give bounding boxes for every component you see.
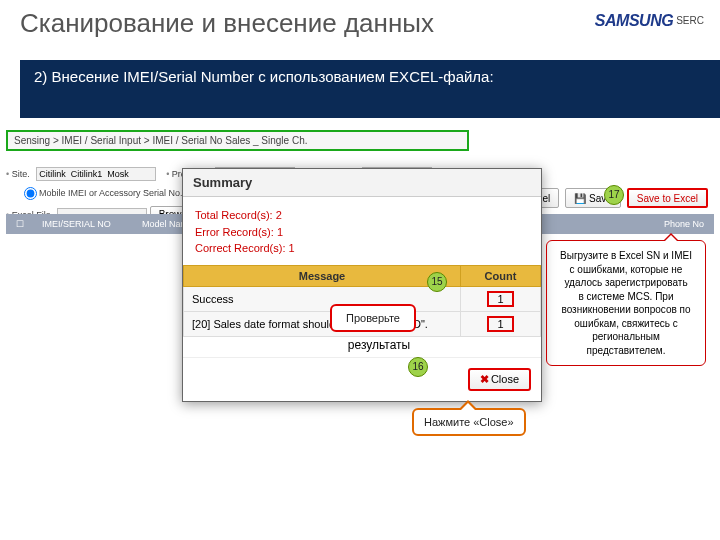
close-button[interactable]: ✖Close bbox=[468, 368, 531, 391]
col-imei: IMEI/SERIAL NO bbox=[32, 219, 132, 229]
callout-press-close: Нажмите «Close» bbox=[412, 408, 526, 436]
correct-records: Correct Record(s): 1 bbox=[195, 240, 529, 257]
col-checkbox: ☐ bbox=[6, 219, 32, 229]
dialog-title: Summary bbox=[183, 169, 541, 197]
slide-title: Сканирование и внесение данных bbox=[20, 8, 434, 39]
site-label: Site. bbox=[6, 169, 34, 179]
section-banner: 2) Внесение IMEI/Serial Number с использ… bbox=[20, 60, 720, 118]
brand-sub: SERC bbox=[676, 15, 704, 26]
section-text: 2) Внесение IMEI/Serial Number с использ… bbox=[34, 68, 494, 85]
breadcrumb: Sensing > IMEI / Serial Input > IMEI / S… bbox=[6, 130, 469, 151]
callout-check-results-line2: результаты bbox=[336, 338, 422, 352]
callout-check-results: Проверьте bbox=[330, 304, 416, 332]
close-icon: ✖ bbox=[480, 373, 489, 385]
col-count: Count bbox=[461, 265, 541, 286]
error-records: Error Record(s): 1 bbox=[195, 224, 529, 241]
site-input[interactable] bbox=[36, 167, 156, 181]
summary-dialog: Summary Total Record(s): 2 Error Record(… bbox=[182, 168, 542, 402]
step-badge-15: 15 bbox=[427, 272, 447, 292]
brand-name: SAMSUNG bbox=[595, 12, 673, 29]
note-export-errors: Выгрузите в Excel SN и IMEIс ошибками, к… bbox=[546, 240, 706, 366]
total-records: Total Record(s): 2 bbox=[195, 207, 529, 224]
radio-mobile[interactable] bbox=[24, 187, 37, 200]
step-badge-17: 17 bbox=[604, 185, 624, 205]
step-badge-16: 16 bbox=[408, 357, 428, 377]
col-phone: Phone No bbox=[644, 219, 714, 229]
export-button[interactable]: Save to Excel bbox=[627, 188, 708, 208]
brand-logo: SAMSUNG SERC bbox=[595, 12, 704, 30]
col-message: Message bbox=[184, 265, 461, 286]
